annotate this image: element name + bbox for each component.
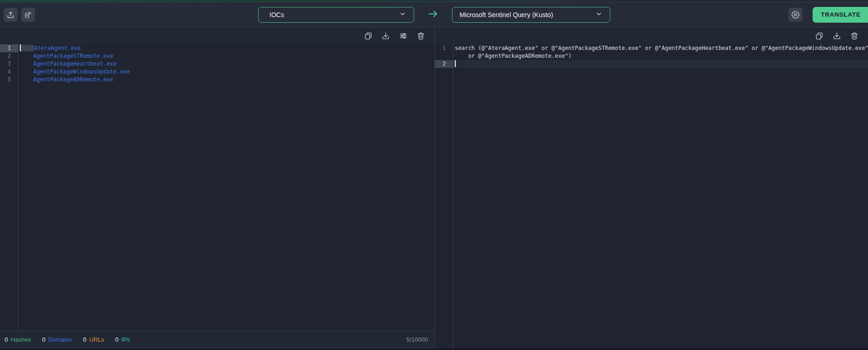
clear-button[interactable] [850, 31, 859, 40]
target-panel: 1search (@"AteraAgent.exe" or @"AgentPac… [435, 27, 868, 348]
sliders-icon [399, 31, 408, 40]
count-value: 0 [115, 336, 119, 343]
bulk-samples-icon [24, 11, 32, 19]
target-editor-gutter [435, 44, 453, 348]
line-number: 1 [0, 44, 18, 52]
ioc-count-ips: 0IPs [115, 336, 130, 343]
source-line[interactable]: 2 AgentPackageSTRemote.exe [0, 52, 434, 60]
count-label: Hashes [11, 336, 31, 343]
count-value: 0 [42, 336, 45, 343]
query-line[interactable]: 1search (@"AteraAgent.exe" or @"AgentPac… [435, 44, 868, 60]
count-label: Domains [48, 336, 72, 343]
arrow-right-icon [427, 8, 439, 22]
count-label: IPs [121, 336, 130, 343]
source-line[interactable]: 5 AgentPackageADRemote.exe [0, 76, 434, 84]
source-format-value: IOCs [270, 11, 284, 18]
header: IOCs Microsoft Sentinel Query (Kusto) TR… [0, 2, 868, 27]
ioc-settings-button[interactable] [399, 31, 408, 40]
copy-icon [364, 31, 373, 40]
ioc-value: AgentPackageSTRemote.exe [18, 52, 434, 60]
target-editor[interactable]: 1search (@"AteraAgent.exe" or @"AgentPac… [435, 44, 868, 348]
download-button[interactable] [832, 31, 841, 40]
bulk-samples-button[interactable] [21, 8, 35, 22]
gear-icon [791, 11, 800, 19]
upload-button[interactable] [4, 8, 18, 22]
source-panel: 1 AteraAgent.exe2 AgentPackageSTRemote.e… [0, 27, 435, 348]
count-value: 0 [5, 336, 8, 343]
bottom-edge-strip [0, 348, 868, 350]
source-format-select[interactable]: IOCs [258, 7, 414, 23]
line-number: 4 [0, 68, 18, 76]
translate-button[interactable]: TRANSLATE [813, 7, 868, 23]
ioc-count-hashes: 0Hashes [5, 336, 31, 343]
ioc-value: AteraAgent.exe [18, 44, 434, 52]
ioc-count-domains: 0Domains [42, 336, 72, 343]
source-editor-lines: 1 AteraAgent.exe2 AgentPackageSTRemote.e… [0, 44, 434, 84]
chevron-down-icon [399, 10, 406, 19]
translation-controls: IOCs Microsoft Sentinel Query (Kusto) [258, 7, 610, 23]
main-split: 1 AteraAgent.exe2 AgentPackageSTRemote.e… [0, 27, 868, 348]
copy-button[interactable] [815, 31, 824, 40]
ioc-limit: 5/10000 [406, 336, 428, 343]
copy-button[interactable] [364, 31, 373, 40]
ioc-count-urls: 0URLs [83, 336, 104, 343]
source-editor[interactable]: 1 AteraAgent.exe2 AgentPackageSTRemote.e… [0, 44, 434, 331]
chevron-down-icon [595, 10, 603, 19]
source-editor-gutter [0, 44, 18, 331]
count-label: URLs [89, 336, 104, 343]
count-value: 0 [83, 336, 86, 343]
source-line[interactable]: 3 AgentPackageHeartbeat.exe [0, 60, 434, 68]
trash-icon [850, 31, 859, 40]
query-line[interactable]: 2 [435, 60, 868, 68]
ioc-value: AgentPackageWindowsUpdate.exe [18, 68, 434, 76]
line-number: 3 [0, 60, 18, 68]
download-icon [832, 31, 841, 40]
target-format-value: Microsoft Sentinel Query (Kusto) [460, 11, 553, 18]
copy-icon [815, 31, 824, 40]
header-left-actions [4, 2, 35, 27]
settings-button[interactable] [789, 8, 802, 22]
source-line[interactable]: 4 AgentPackageWindowsUpdate.exe [0, 68, 434, 76]
ioc-counts: 0Hashes0Domains0URLs0IPs [5, 336, 130, 343]
source-line[interactable]: 1 AteraAgent.exe [0, 44, 434, 52]
query-text: search (@"AteraAgent.exe" or @"AgentPack… [453, 44, 868, 60]
ioc-value: AgentPackageADRemote.exe [18, 76, 434, 84]
line-number: 5 [0, 76, 18, 84]
text-cursor [455, 60, 456, 67]
query-text [453, 60, 868, 68]
target-toolbar [435, 27, 868, 44]
source-status-bar: 0Hashes0Domains0URLs0IPs 5/10000 [0, 331, 434, 348]
line-number: 2 [0, 52, 18, 60]
header-right-actions: TRANSLATE [789, 2, 868, 27]
download-button[interactable] [381, 31, 390, 40]
target-editor-lines: 1search (@"AteraAgent.exe" or @"AgentPac… [435, 44, 868, 68]
ioc-value: AgentPackageHeartbeat.exe [18, 60, 434, 68]
target-format-select[interactable]: Microsoft Sentinel Query (Kusto) [452, 7, 610, 23]
line-number: 1 [435, 44, 453, 60]
clear-button[interactable] [416, 31, 425, 40]
line-number: 2 [435, 60, 453, 68]
source-toolbar [0, 27, 434, 44]
trash-icon [416, 31, 425, 40]
download-icon [381, 31, 390, 40]
upload-icon [6, 11, 15, 19]
selected-whitespace [21, 45, 34, 51]
